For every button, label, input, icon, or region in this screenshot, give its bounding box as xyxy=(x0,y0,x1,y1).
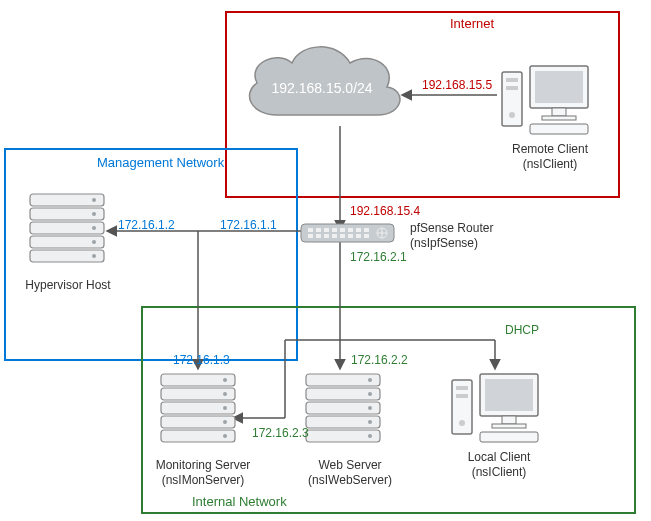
svg-rect-75 xyxy=(485,379,533,411)
svg-rect-18 xyxy=(542,116,576,120)
pfsense-router-label: pfSense Router (nsIpfSense) xyxy=(410,221,510,251)
svg-point-56 xyxy=(223,392,227,396)
svg-rect-36 xyxy=(364,234,369,238)
ip-remote-to-cloud: 192.168.15.5 xyxy=(422,78,492,92)
svg-rect-13 xyxy=(506,86,518,90)
svg-point-45 xyxy=(92,198,96,202)
svg-point-55 xyxy=(223,378,227,382)
ip-hypervisor: 172.16.1.2 xyxy=(118,218,175,232)
ip-monserver-internal: 172.16.2.3 xyxy=(252,426,309,440)
svg-rect-23 xyxy=(324,228,329,232)
svg-point-49 xyxy=(92,254,96,258)
svg-point-58 xyxy=(223,420,227,424)
svg-rect-27 xyxy=(356,228,361,232)
svg-rect-31 xyxy=(324,234,329,238)
svg-point-69 xyxy=(368,434,372,438)
monitoring-server-label: Monitoring Server (nsIMonServer) xyxy=(148,458,258,488)
svg-rect-78 xyxy=(480,432,538,442)
svg-rect-25 xyxy=(340,228,345,232)
svg-point-66 xyxy=(368,392,372,396)
svg-rect-22 xyxy=(316,228,321,232)
hypervisor-label: Hypervisor Host xyxy=(18,278,118,293)
svg-rect-35 xyxy=(356,234,361,238)
svg-rect-19 xyxy=(530,124,588,134)
ip-router-internal: 172.16.2.1 xyxy=(350,250,407,264)
svg-point-73 xyxy=(459,420,465,426)
svg-rect-72 xyxy=(456,394,468,398)
internet-cloud-icon: 192.168.15.0/24 xyxy=(232,35,412,135)
svg-point-48 xyxy=(92,240,96,244)
svg-point-46 xyxy=(92,212,96,216)
svg-rect-34 xyxy=(348,234,353,238)
svg-rect-16 xyxy=(535,71,583,103)
cloud-subnet: 192.168.15.0/24 xyxy=(271,80,372,96)
web-server-label: Web Server (nsIWebServer) xyxy=(300,458,400,488)
svg-rect-21 xyxy=(308,228,313,232)
svg-rect-24 xyxy=(332,228,337,232)
svg-rect-29 xyxy=(308,234,313,238)
svg-point-67 xyxy=(368,406,372,410)
svg-rect-71 xyxy=(456,386,468,390)
svg-point-65 xyxy=(368,378,372,382)
remote-client-label: Remote Client (nsIClient) xyxy=(505,142,595,172)
ip-monserver: 172.16.1.3 xyxy=(173,353,230,367)
ip-localclient-dhcp: DHCP xyxy=(505,323,539,337)
svg-rect-12 xyxy=(506,78,518,82)
svg-rect-30 xyxy=(316,234,321,238)
ip-webserver: 172.16.2.2 xyxy=(351,353,408,367)
svg-point-68 xyxy=(368,420,372,424)
svg-rect-28 xyxy=(364,228,369,232)
svg-rect-32 xyxy=(332,234,337,238)
svg-rect-17 xyxy=(552,108,566,116)
ip-router-mgmt: 172.16.1.1 xyxy=(220,218,277,232)
svg-point-57 xyxy=(223,406,227,410)
svg-point-59 xyxy=(223,434,227,438)
local-client-label: Local Client (nsIClient) xyxy=(454,450,544,480)
svg-rect-26 xyxy=(348,228,353,232)
svg-point-14 xyxy=(509,112,515,118)
svg-rect-76 xyxy=(502,416,516,424)
ip-cloud-to-router: 192.168.15.4 xyxy=(350,204,420,218)
svg-rect-33 xyxy=(340,234,345,238)
svg-rect-77 xyxy=(492,424,526,428)
svg-point-47 xyxy=(92,226,96,230)
